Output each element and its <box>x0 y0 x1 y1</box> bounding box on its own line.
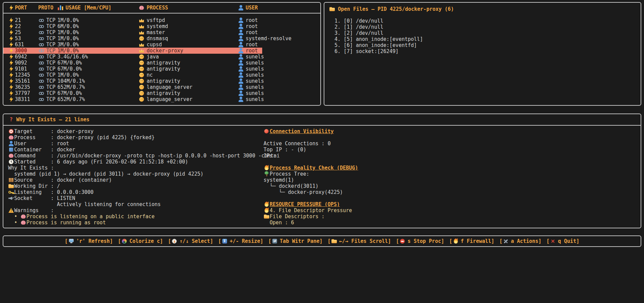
process-cell: antigravity <box>146 90 237 96</box>
detail-line: Container : docker <box>8 147 264 153</box>
bracket-open: [ <box>396 238 399 244</box>
fire-icon <box>264 202 270 207</box>
detail-line-text: Container : docker <box>14 147 75 153</box>
port-cell: 36235 <box>14 84 38 90</box>
link-icon <box>38 60 44 66</box>
lightning-icon <box>8 18 14 23</box>
user-cell: sunels <box>245 66 320 72</box>
footer-action-s-stop-proc[interactable]: [s Stop Proc] <box>396 238 444 244</box>
port-table-row[interactable]: 36235 TCP 652M/0.7% language_server sune… <box>3 84 320 90</box>
port-table-row[interactable]: 21 TCP 1M/0.0% vsftpd root <box>3 17 320 23</box>
usage-cell: 652M/0.7% <box>57 84 138 90</box>
usage-cell: 3.4G/16.6% <box>57 54 138 60</box>
port-table-row[interactable]: 22 TCP 6M/0.0% systemd root <box>3 23 320 29</box>
port-table-row[interactable]: 53 TCP 1M/0.0% dnsmasq systemd-resolve <box>3 35 320 42</box>
port-table-row[interactable]: 3000 TCP 1M/0.0% docker-proxy root <box>3 48 320 54</box>
footer-action-tab-witr-pane[interactable]: [Tab Witr Pane] <box>268 238 322 244</box>
bracket-close: ] <box>491 238 494 244</box>
open-file-item: 6. [7] socket:[26249] <box>335 48 641 54</box>
usage-cell: 1M/0.0% <box>57 72 138 78</box>
lightning-icon <box>8 5 14 10</box>
port-table-row[interactable]: 9101 TCP 67M/0.0% antigravity sunels <box>3 66 320 72</box>
lightning-icon <box>8 48 14 53</box>
detail-line: └─ dockerd(3011) <box>264 183 641 189</box>
bar-chart-icon <box>57 5 64 10</box>
link-icon <box>38 78 44 84</box>
usage-cell: 1M/0.0% <box>57 17 138 23</box>
open-file-item: 5. [6] anon_inode:[eventfd] <box>335 42 641 48</box>
details-panel: Why It Exists — 21 lines Target : docker… <box>3 113 641 228</box>
link-icon <box>38 54 44 59</box>
fire-icon <box>264 208 270 213</box>
detail-line-text: User : root <box>14 141 69 147</box>
detail-line-text: └─ docker-proxy(4225) <box>264 189 343 195</box>
process-column-header: PROCESS <box>146 5 237 11</box>
port-cell: 6942 <box>14 54 38 60</box>
port-table-row[interactable]: 35161 TCP 104M/0.1% antigravity sunels <box>3 78 320 84</box>
footer-action-q-quit[interactable]: [q Quit] <box>546 238 579 244</box>
detail-line: Target : docker-proxy <box>8 128 264 134</box>
detail-line: Process : docker-proxy (pid 4225) {forke… <box>8 134 264 141</box>
footer-action-a-actions[interactable]: [a Actions] <box>499 238 541 244</box>
proto-cell: TCP <box>46 78 57 84</box>
user-icon <box>238 48 244 53</box>
brain-icon <box>139 5 145 10</box>
tools-icon <box>503 238 509 244</box>
open-file-item: 1. [0] /dev/null <box>335 18 641 24</box>
detail-line: Connection Visibility <box>264 128 641 134</box>
footer-action-r-refresh[interactable]: ['r' Refresh] <box>65 238 113 244</box>
port-table-row[interactable]: 37797 TCP 67M/0.0% antigravity sunels <box>3 90 320 96</box>
footer-action-f-firewall[interactable]: [f Firewall] <box>449 238 494 244</box>
bracket-open: [ <box>65 238 68 244</box>
footer-action-colorize-c[interactable]: [Colorize c] <box>118 238 163 244</box>
proto-cell: TCP <box>46 42 57 48</box>
detail-line: Open : 6 <box>264 220 641 226</box>
usage-cell: 3M/0.0% <box>57 42 138 48</box>
user-cell: sunels <box>245 84 320 90</box>
link-icon <box>38 30 44 35</box>
detail-line-text: IPs: <box>264 153 276 159</box>
ports-table-body[interactable]: 21 TCP 1M/0.0% vsftpd root 22 TCP 6M/0.0… <box>3 14 320 102</box>
process-cell: systemd <box>146 23 237 29</box>
lightning-icon <box>8 60 14 66</box>
footer-action-label: 'r' Refresh <box>76 238 110 244</box>
lightning-icon <box>8 66 14 72</box>
port-table-row[interactable]: 25 TCP 1M/0.0% master root <box>3 29 320 35</box>
detail-line-text: RESOURCE PRESSURE (OPS) <box>270 201 340 207</box>
port-table-row[interactable]: 38311 TCP 652M/0.7% language_server sune… <box>3 96 320 102</box>
footer-action-files-scroll[interactable]: [←/→ Files Scroll] <box>328 238 391 244</box>
bracket-close: ] <box>538 238 541 244</box>
usage-cell: 652M/0.7% <box>57 96 138 102</box>
port-table-row[interactable]: 631 TCP 3M/0.0% cupsd root <box>3 42 320 48</box>
container-icon <box>8 147 14 152</box>
crown-icon <box>139 24 145 29</box>
footer-action-select[interactable]: [↑/↓ Select] <box>168 238 213 244</box>
detail-line: Active Connections : 0 <box>264 141 641 147</box>
usage-cell: 1M/0.0% <box>57 29 138 35</box>
detail-line-text: Connection Visibility <box>270 128 334 134</box>
proto-cell: TCP <box>46 17 57 23</box>
proto-cell: TCP <box>46 35 57 42</box>
port-table-row[interactable]: 9092 TCP 67M/0.0% antigravity sunels <box>3 60 320 66</box>
detail-line: Started : 6 days ago (Fri 2026-02-06 21:… <box>8 159 264 165</box>
folder-icon <box>329 6 335 12</box>
detail-line-text: Open : 6 <box>264 220 294 226</box>
detail-line <box>264 134 641 141</box>
footer-action-label: q Quit <box>558 238 576 244</box>
footer-action-resize[interactable]: [+/- Resize] <box>218 238 263 244</box>
face-icon <box>139 84 145 90</box>
details-content: Target : docker-proxyProcess : docker-pr… <box>3 126 641 226</box>
detail-line: User : root <box>8 141 264 147</box>
user-icon <box>238 30 244 35</box>
proto-cell: TCP <box>46 66 57 72</box>
detail-line-text: Started : 6 days ago (Fri 2026-02-06 21:… <box>14 159 188 165</box>
user-icon <box>238 5 244 10</box>
lightning-icon <box>8 24 14 29</box>
process-cell: language_server <box>146 96 237 102</box>
bracket-open: [ <box>118 238 121 244</box>
port-table-row[interactable]: 6942 TCP 3.4G/16.6% java sunels <box>3 54 320 60</box>
footer-action-label: ←/→ Files Scroll <box>339 238 388 244</box>
bullet-prefix: • <box>8 220 20 226</box>
key-icon <box>8 190 14 195</box>
port-table-row[interactable]: 12345 TCP 1M/0.0% nc sunels <box>3 72 320 78</box>
